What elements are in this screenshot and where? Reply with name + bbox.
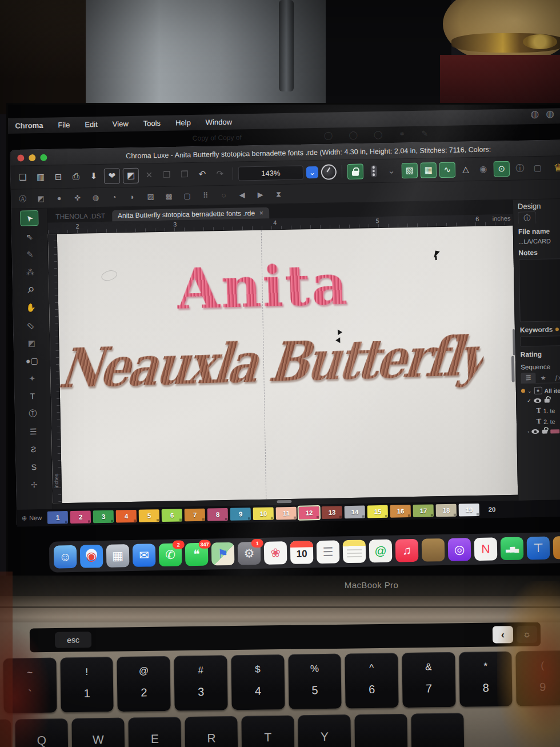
maps-icon[interactable]: ⚑ (211, 542, 235, 566)
sequence-group-row[interactable]: › (522, 428, 560, 435)
new-color-button[interactable]: ⊕ New (22, 514, 42, 522)
view-density-icon[interactable]: ◉ (476, 162, 491, 176)
finder-icon[interactable]: ☺ (54, 545, 77, 569)
menu-item[interactable]: Help (175, 118, 191, 127)
notes-field[interactable] (519, 258, 560, 322)
view-outline-icon[interactable]: △ (458, 162, 473, 176)
chevron-down-icon[interactable]: ⌄ (527, 388, 532, 394)
unknown-app-icon[interactable] (422, 538, 445, 562)
menu-item[interactable]: File (58, 121, 70, 129)
panel-scrollbar-thumb[interactable] (513, 329, 515, 355)
sequence-list-tab[interactable]: ☰ (521, 373, 535, 383)
palette-swatch[interactable]: 14 (345, 506, 365, 519)
measure-tool-icon[interactable]: ▭ (22, 318, 39, 333)
status-spiral-icon[interactable]: ◍ (546, 107, 554, 119)
palette-swatch[interactable]: 2 (70, 510, 91, 524)
view-grid-icon[interactable]: ▦ (421, 162, 437, 178)
calendar-icon[interactable]: 10 (290, 541, 314, 564)
palette-swatch[interactable]: 18 (436, 504, 457, 517)
view-3d-icon[interactable]: ▧ (402, 162, 418, 178)
sequence-text-item[interactable]: T 1. te (521, 406, 560, 415)
fill-quarter-icon[interactable]: ◔ (107, 190, 121, 204)
palette-swatch[interactable]: 1 (47, 511, 68, 524)
sequence-text-item[interactable]: T 2. te (522, 417, 560, 426)
monogram-letter-icon[interactable]: Ⓐ (15, 191, 29, 206)
palette-swatch[interactable]: 4 (116, 510, 137, 523)
lock-position-icon[interactable] (347, 163, 363, 179)
view-overlap-icon[interactable]: ⊙ (494, 161, 510, 177)
step-back-icon[interactable]: ◀ (235, 187, 249, 202)
pan-hand-tool-icon[interactable]: ✋ (22, 300, 39, 315)
palette-swatch[interactable]: 7 (185, 509, 205, 522)
visibility-eye-icon[interactable] (534, 398, 541, 403)
monogram-tool-icon[interactable]: Ⓣ (24, 406, 41, 421)
embroidery-text-anita[interactable]: Anita (176, 252, 349, 322)
sequence-group-row[interactable]: ✓ (521, 397, 560, 404)
center-design-icon[interactable]: ✜ (70, 190, 84, 205)
compress-icon[interactable]: ⧗ (271, 187, 285, 201)
new-document-icon[interactable]: ❏ (15, 170, 30, 185)
select-tool-icon[interactable]: ➤ (20, 210, 38, 226)
document-tab[interactable]: THENOLA .DST (50, 210, 111, 223)
move-tool-icon[interactable]: ✢ (26, 477, 43, 492)
music-icon[interactable]: ♫ (395, 539, 419, 562)
image-tool-icon[interactable]: ◩ (23, 335, 40, 350)
status-spiral-icon[interactable]: ◍ (530, 108, 539, 120)
fill-half-icon[interactable]: ◗ (125, 190, 139, 204)
vertical-scrollbar-thumb[interactable] (511, 356, 515, 382)
send-to-machine-icon[interactable]: ⬇ (86, 169, 101, 183)
draw-tool-icon[interactable]: ✎ (21, 247, 38, 262)
zoom-tool-icon[interactable]: ⚲ (22, 282, 39, 297)
design-info-icon[interactable]: ⓘ (513, 161, 527, 175)
sequence-star-tab[interactable]: ★ (535, 373, 550, 383)
palette-swatch[interactable]: 9 (230, 508, 251, 521)
menu-item[interactable]: Window (206, 118, 233, 127)
shape-circle-icon[interactable]: ● (52, 191, 66, 205)
redo-icon[interactable]: ↷ (213, 166, 227, 181)
menu-item[interactable]: Edit (85, 120, 98, 129)
copy-icon[interactable]: ❐ (159, 167, 174, 182)
fill-hatch-icon[interactable]: ▨ (143, 189, 157, 203)
palette-swatch[interactable]: 19 (459, 504, 479, 517)
palette-swatch[interactable]: 12 (299, 506, 319, 520)
zoom-window-button[interactable] (40, 154, 47, 161)
news-icon[interactable]: N (474, 537, 498, 561)
unlock-icon[interactable] (542, 429, 547, 433)
photo-icon[interactable]: ◩ (34, 191, 47, 206)
design-canvas[interactable]: inches Anita Neauxla Butterfly (48, 226, 518, 504)
selection-handles[interactable] (335, 329, 345, 344)
palette-swatch[interactable]: 10 (253, 507, 274, 520)
pattern-dots-icon[interactable]: ⠿ (198, 188, 212, 202)
keywords-field[interactable] (520, 335, 560, 346)
palette-swatch[interactable]: 5 (139, 509, 159, 522)
podcasts-icon[interactable]: ◎ (448, 538, 471, 561)
notes-icon[interactable] (343, 540, 366, 564)
run-stitch-icon[interactable]: Ƨ (25, 442, 42, 457)
checkmark-icon[interactable]: ✓ (527, 398, 531, 404)
simulate-stitchout-icon[interactable] (366, 163, 381, 178)
unlock-icon[interactable] (544, 398, 549, 402)
satin-stitch-icon[interactable]: S (25, 460, 42, 474)
close-window-button[interactable] (17, 154, 24, 161)
settings-icon[interactable]: ⚙ 1 (238, 542, 261, 565)
palette-swatch[interactable]: 16 (390, 505, 411, 518)
embroidery-text-neauxla-butterfly[interactable]: Neauxla Butterfly (56, 323, 488, 400)
palette-swatch[interactable]: 6 (162, 509, 182, 522)
visibility-eye-icon[interactable] (531, 429, 539, 434)
view-stitch-points-icon[interactable]: ∿ (439, 162, 455, 178)
insert-image-icon[interactable]: ◩ (123, 167, 139, 183)
speed-gauge-icon[interactable] (321, 164, 337, 179)
mail-icon[interactable]: ✉ (133, 544, 156, 567)
pages-icon[interactable]: ✎ (553, 536, 560, 560)
sequence-root-row[interactable]: ⌄ ★ All items (521, 386, 560, 395)
favorite-design-icon[interactable]: ❤ (104, 168, 120, 184)
print-icon[interactable]: ⎙ (69, 169, 83, 183)
menu-item[interactable]: View (113, 119, 129, 129)
keynote-icon[interactable]: ⊤ (527, 537, 550, 560)
open-folder-icon[interactable]: ▥ (33, 170, 48, 184)
reminders-icon[interactable]: ☰ (317, 540, 340, 564)
sequence-fx-tab[interactable]: ƒx (550, 372, 560, 382)
save-icon[interactable]: ⊟ (51, 170, 66, 184)
node-edit-tool-icon[interactable]: ⇖ (21, 229, 38, 244)
palette-swatch[interactable]: 3 (93, 510, 114, 524)
